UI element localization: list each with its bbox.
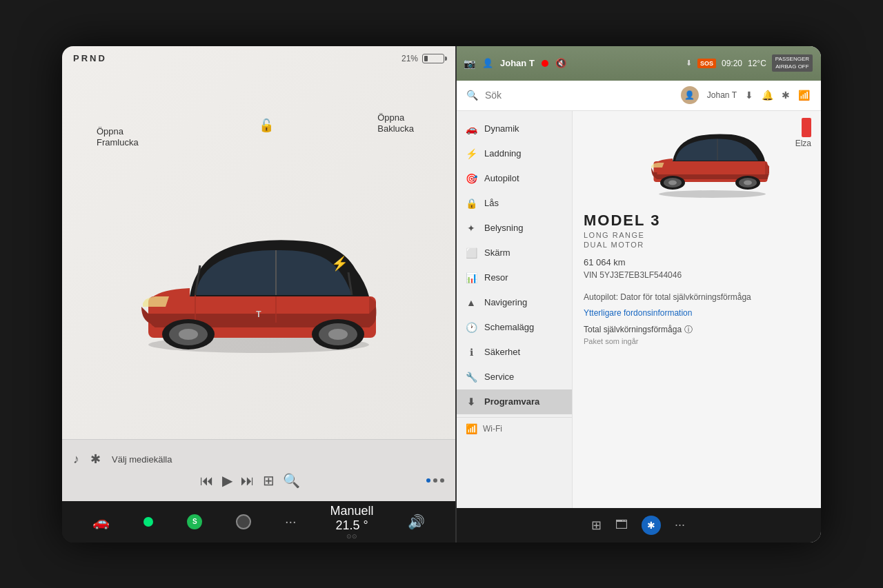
autopilot-info: Autopilot: Dator för total självkörnings… — [584, 291, 810, 303]
next-track-icon[interactable]: ⏭ — [241, 473, 255, 489]
top-bar-left: PRND 21% — [62, 46, 455, 71]
menu-item-laddning[interactable]: ⚡ Laddning — [455, 141, 572, 166]
vehicle-info-link[interactable]: Ytterligare fordonsinformation — [584, 308, 692, 318]
car-view-area: ÖppnaFramlucka ÖppnaBaklucka 🔓 ⚡ — [62, 71, 455, 439]
car-image-left: T — [114, 165, 404, 372]
search-icon: 🔍 — [466, 90, 478, 101]
car-image-right — [645, 116, 783, 206]
dots-icon[interactable]: ··· — [285, 514, 297, 529]
menu-item-navigering[interactable]: ▲ Navigering — [455, 290, 572, 315]
baklucka-label[interactable]: ÖppnaBaklucka — [377, 112, 414, 136]
time-display: 09:20 — [722, 59, 742, 68]
svg-point-12 — [328, 329, 348, 340]
menu-item-autopilot[interactable]: 🎯 Autopilot — [455, 166, 572, 191]
menu-item-dynamik[interactable]: 🚗 Dynamik — [455, 116, 572, 141]
battery-indicator: 21% — [401, 54, 444, 63]
menu-item-resor[interactable]: 📊 Resor — [455, 265, 572, 290]
map-user-icon: 👤 — [482, 58, 493, 68]
self-driving-label: Total självkörningsförmåga ⓘ — [584, 324, 810, 336]
menu-item-schemalagg[interactable]: 🕐 Schemalägg — [455, 315, 572, 340]
charge-icon: ⚡ — [331, 255, 348, 272]
schemalagg-label: Schemalägg — [484, 322, 534, 332]
phone-green-dot[interactable] — [143, 517, 153, 527]
rec-indicator — [542, 60, 548, 67]
menu-item-sakerhet[interactable]: ℹ Säkerhet — [455, 340, 572, 365]
dot-3 — [440, 478, 444, 483]
sos-badge: SOS — [697, 59, 716, 68]
media-source-button[interactable]: Välj mediekälla — [112, 454, 172, 465]
dot-1 — [426, 478, 430, 483]
svg-point-19 — [668, 180, 677, 185]
bluetooth-search-icon[interactable]: ✱ — [782, 90, 790, 101]
car-bottom-icon[interactable]: 🚗 — [92, 514, 110, 530]
framlucka-label[interactable]: ÖppnaFramlucka — [97, 126, 139, 150]
svg-point-22 — [744, 180, 752, 185]
download-icon: ⬇ — [686, 59, 692, 68]
belysning-icon: ✦ — [465, 223, 477, 234]
search-bar: 🔍 👤 Johan T ⬇ 🔔 ✱ 📶 — [455, 81, 821, 111]
menu-item-belysning[interactable]: ✦ Belysning — [455, 216, 572, 241]
prev-track-icon[interactable]: ⏮ — [200, 473, 214, 489]
volume-icon[interactable]: 🔊 — [408, 514, 425, 530]
svg-point-9 — [179, 329, 198, 340]
spotify-icon[interactable]: S — [187, 514, 202, 529]
paket-label: Paket som ingår — [584, 337, 810, 345]
main-content: 🚗 Dynamik ⚡ Laddning 🎯 Autopilot 🔒 Lås ✦ — [455, 111, 821, 508]
info-icon[interactable]: ⓘ — [684, 324, 693, 336]
temp-mode-label: Manuell — [330, 504, 374, 518]
music-icon: ♪ — [73, 452, 79, 467]
avatar-text: 👤 — [684, 90, 695, 100]
pagination — [426, 478, 444, 483]
svg-text:T: T — [256, 310, 261, 319]
resor-label: Resor — [484, 272, 508, 283]
menu-item-service[interactable]: 🔧 Service — [455, 365, 572, 389]
service-icon: 🔧 — [465, 372, 477, 383]
lock-icon: 🔓 — [259, 118, 274, 133]
laddning-icon: ⚡ — [465, 148, 477, 159]
km-display: 61 064 km — [584, 257, 810, 267]
programvara-label: Programvara — [484, 396, 539, 407]
media-bar: ♪ ✱ Välj mediekälla ⏮ ▶ ⏭ ⊞ 🔍 — [62, 439, 455, 501]
dynamik-label: Dynamik — [484, 123, 519, 134]
navigering-icon: ▲ — [465, 297, 477, 308]
search-media-icon[interactable]: 🔍 — [283, 472, 300, 489]
signal-icon: 📶 — [798, 90, 810, 101]
prnd-display: PRND — [73, 53, 107, 63]
bluetooth-media-icon: ✱ — [90, 452, 101, 467]
avatar: 👤 — [681, 86, 699, 104]
menu-item-las[interactable]: 🔒 Lås — [455, 191, 572, 216]
username-search: Johan T — [707, 90, 737, 100]
left-panel: PRND 21% ÖppnaFramlucka ÖppnaBaklucka 🔓 — [62, 46, 455, 501]
temperature-display[interactable]: Manuell 21.5 ° ⊙⊙ — [330, 504, 374, 540]
las-label: Lås — [484, 198, 499, 208]
skarm-icon: ⬜ — [465, 247, 477, 258]
camera-icon[interactable] — [236, 514, 251, 529]
dot-2 — [433, 478, 437, 483]
map-icon: 📷 — [464, 58, 475, 69]
play-icon[interactable]: ▶ — [222, 472, 232, 489]
more-dots-icon[interactable]: ··· — [675, 518, 685, 532]
skarm-label: Skärm — [484, 247, 510, 258]
menu-item-skarm[interactable]: ⬜ Skärm — [455, 241, 572, 265]
equalizer-icon[interactable]: ⊞ — [263, 472, 275, 489]
menu-item-programvara[interactable]: ⬇ Programvara — [455, 389, 572, 414]
sakerhet-label: Säkerhet — [484, 347, 520, 357]
search-input[interactable] — [485, 90, 674, 101]
model-variant-2: DUAL MOTOR — [584, 241, 810, 249]
model-variant-1: LONG RANGE — [584, 231, 810, 239]
menu-item-wifi[interactable]: 📶 Wi-Fi — [455, 417, 572, 440]
svg-point-14 — [659, 190, 766, 198]
model-title: MODEL 3 — [584, 212, 810, 230]
car-name-label: Elza — [795, 139, 811, 148]
autopilot-icon: 🎯 — [465, 173, 477, 184]
bell-icon[interactable]: 🔔 — [762, 90, 773, 101]
window-icon[interactable]: 🗔 — [615, 518, 628, 532]
grid-icon[interactable]: ⊞ — [591, 518, 602, 533]
color-badge — [802, 118, 811, 137]
download-search-icon: ⬇ — [745, 90, 753, 101]
autopilot-label: Autopilot — [484, 173, 519, 183]
bluetooth-taskbar-icon[interactable]: ✱ — [642, 516, 661, 535]
panel-divider — [455, 46, 457, 543]
battery-percent: 21% — [401, 54, 418, 63]
right-bottom-taskbar: ⊞ 🗔 ✱ ··· — [455, 508, 821, 543]
